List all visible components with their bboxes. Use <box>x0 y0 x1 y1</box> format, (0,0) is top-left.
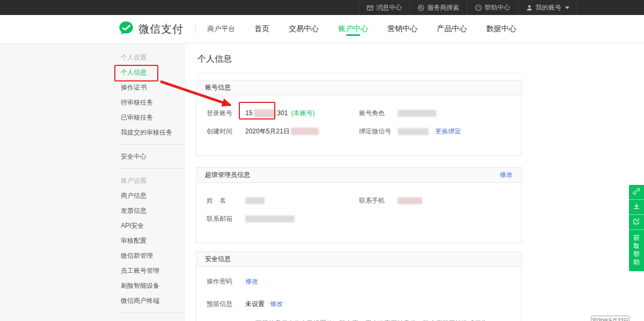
help-center-menu[interactable]: ? 帮助中心 <box>467 0 518 15</box>
sidebar-item-face-pay-devices[interactable]: 刷脸智能设备 <box>121 278 185 293</box>
link-icon <box>633 188 640 197</box>
edit-reserve-info-link[interactable]: 修改 <box>270 300 283 309</box>
created-time-value: 2020年5月21日 <box>245 127 319 136</box>
topbar-item-label: 帮助中心 <box>485 3 510 12</box>
help-icon: ? <box>475 4 482 11</box>
edit-admin-link[interactable]: 修改 <box>500 168 513 182</box>
reserve-info-description: 预留信息是由你自己设置的一段文字，用来鉴定网站身份，防止假冒网站造成损失。 配置… <box>255 318 521 321</box>
floating-helper-widget: 获取帮助 <box>629 185 644 271</box>
download-button[interactable] <box>629 200 644 215</box>
security-info-card-title: 安全信息 <box>205 252 231 266</box>
contact-phone-label: 联系手机 <box>359 196 398 205</box>
my-account-menu[interactable]: 我的账号 <box>518 0 577 15</box>
message-center-menu[interactable]: 消息中心 <box>358 0 409 15</box>
top-utility-bar: 消息中心 服务商搜索 ? 帮助中心 我的账号 <box>0 0 644 15</box>
brand[interactable]: 微信支付 | 商户平台 <box>118 20 235 38</box>
user-icon <box>526 4 533 11</box>
super-admin-card-title: 超级管理员信息 <box>205 168 250 182</box>
brand-divider: | <box>194 24 196 34</box>
topbar-item-label: 服务商搜索 <box>427 3 459 12</box>
mail-icon <box>367 4 374 11</box>
nav-account-center[interactable]: 账户中心 <box>328 15 378 43</box>
search-icon <box>418 4 425 11</box>
redacted-created-tail <box>291 128 319 135</box>
sidebar-section-personal-settings: 个人设置 <box>121 50 185 65</box>
sidebar-item-reviewed-tasks[interactable]: 已审核任务 <box>121 110 185 125</box>
sidebar-item-staff-account-management[interactable]: 员工账号管理 <box>121 263 185 278</box>
sidebar-item-merchant-info[interactable]: 商户信息 <box>121 188 185 203</box>
redacted-contact-phone <box>398 197 422 204</box>
security-info-card: 安全信息 操作密码 修改 预留信息 未设置 修改 <box>196 251 522 321</box>
account-info-card-title: 账号信息 <box>205 80 231 95</box>
sidebar-section-account-settings: 账户设置 <box>121 173 185 188</box>
main-nav: 首页 交易中心 账户中心 营销中心 产品中心 数据中心 <box>245 15 526 43</box>
account-role-label: 账号角色 <box>359 109 398 118</box>
service-provider-search-menu[interactable]: 服务商搜索 <box>409 0 467 15</box>
sidebar-item-my-submitted-review-tasks[interactable]: 我提交的审核任务 <box>121 125 185 140</box>
main-content: 个人信息 账号信息 登录账号 15 301 (本账号) <box>185 43 644 321</box>
login-account-label: 登录账号 <box>207 109 245 118</box>
page-body: 个人设置 个人信息 操作证书 待审核任务 已审核任务 我提交的审核任务 安全中心… <box>0 43 644 321</box>
sidebar-item-api-security[interactable]: API安全 <box>121 218 185 233</box>
login-account-suffix: 301 <box>277 109 288 117</box>
account-info-card: 账号信息 登录账号 15 301 (本账号) 账号角色 <box>196 80 522 156</box>
nav-product-center[interactable]: 产品中心 <box>427 15 477 43</box>
redacted-contact-email <box>245 215 295 222</box>
super-admin-card: 超级管理员信息 修改 姓 名 联系手机 联系邮箱 <box>196 167 522 243</box>
sidebar-item-wechat-group-management[interactable]: 微信群管理 <box>121 248 185 263</box>
redacted-wechat-id <box>398 128 429 135</box>
reserve-desc-line-1: 预留信息是由你自己设置的一段文字，用来鉴定网站身份，防止假冒网站造成损失。 <box>255 318 521 321</box>
sidebar-item-invoice-info[interactable]: 发票信息 <box>121 203 185 218</box>
sidebar-item-pending-review-tasks[interactable]: 待审核任务 <box>121 95 185 110</box>
nav-data-center[interactable]: 数据中心 <box>477 15 526 43</box>
contact-email-label: 联系邮箱 <box>207 214 245 223</box>
nav-home[interactable]: 首页 <box>245 15 279 43</box>
brand-name: 微信支付 <box>138 22 184 36</box>
date-tooltip: 2020年5月22日 <box>591 316 630 321</box>
rebind-wechat-link[interactable]: 更换绑定 <box>435 127 461 136</box>
sidebar-item-personal-info[interactable]: 个人信息 <box>121 65 185 80</box>
topbar-item-label: 我的账号 <box>536 3 561 12</box>
topbar-item-label: 消息中心 <box>376 3 402 12</box>
edit-icon <box>633 218 640 227</box>
bound-wechat-label: 绑定微信号 <box>359 127 398 136</box>
current-account-tag: (本账号) <box>291 109 314 118</box>
nav-marketing-center[interactable]: 营销中心 <box>378 15 427 43</box>
login-account-value: 15 301 (本账号) <box>245 109 314 118</box>
sidebar: 个人设置 个人信息 操作证书 待审核任务 已审核任务 我提交的审核任务 安全中心… <box>0 43 185 321</box>
sidebar-item-wechat-merchant-terminal[interactable]: 微信商户终端 <box>121 293 185 308</box>
app-header: 微信支付 | 商户平台 首页 交易中心 账户中心 营销中心 产品中心 数据中心 <box>0 15 644 43</box>
login-account-prefix: 15 <box>245 109 252 117</box>
reserve-info-label: 预留信息 <box>207 300 245 309</box>
nav-transaction-center[interactable]: 交易中心 <box>279 15 328 43</box>
operation-password-label: 操作密码 <box>207 277 245 286</box>
download-icon <box>633 203 640 212</box>
title-divider <box>197 73 522 73</box>
redacted-admin-name <box>245 197 265 204</box>
page-title: 个人信息 <box>197 54 644 65</box>
wechat-pay-logo-icon <box>118 20 134 38</box>
created-date: 2020年5月21日 <box>245 127 290 136</box>
svg-text:?: ? <box>478 5 480 9</box>
created-time-label: 创建时间 <box>207 127 245 136</box>
sidebar-item-review-config[interactable]: 审核配置 <box>121 233 185 248</box>
portal-name: 商户平台 <box>207 24 235 34</box>
chevron-down-icon <box>565 6 569 9</box>
reserve-status: 未设置 <box>245 300 265 309</box>
feedback-button[interactable] <box>629 215 644 230</box>
sidebar-item-security-center[interactable]: 安全中心 <box>121 149 185 164</box>
edit-password-link[interactable]: 修改 <box>245 277 258 286</box>
redacted-account-role <box>398 110 436 117</box>
sidebar-divider <box>121 168 184 169</box>
sidebar-item-operation-certificate[interactable]: 操作证书 <box>121 80 185 95</box>
sidebar-divider <box>121 144 184 145</box>
link-button[interactable] <box>629 185 644 200</box>
redacted-login-middle <box>254 109 275 117</box>
get-help-button[interactable]: 获取帮助 <box>629 230 644 271</box>
sidebar-divider <box>121 312 184 313</box>
admin-name-label: 姓 名 <box>207 196 245 205</box>
